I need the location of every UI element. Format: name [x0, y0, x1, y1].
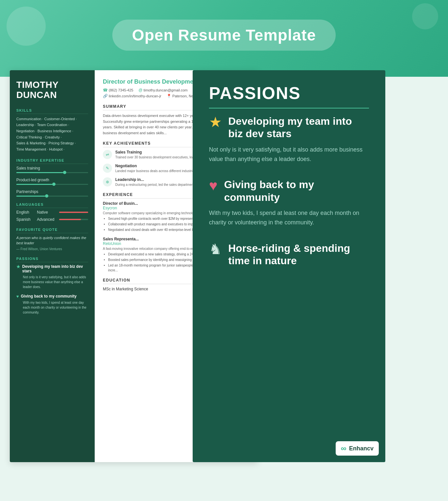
passion-sidebar-desc-2: With my two kids, I spend at least one d…: [16, 300, 88, 315]
edu-degree-1: MSc in Marketing Science: [103, 287, 148, 291]
passion-card-3: ♞ Horse-riding & spending time in nature: [209, 242, 369, 267]
header-title-pill: Open Resume Template: [112, 20, 335, 51]
expertise-bar-dot-2: [52, 183, 56, 186]
passion-card-2: ♥ Giving back to my community With my tw…: [209, 178, 369, 227]
quote-section-title: FAVOURITE QUOTE: [16, 228, 88, 233]
quote-attribution: — Fred Wilson, Union Ventures: [16, 247, 88, 251]
lang-bar-fill-spanish: [59, 219, 81, 220]
passion-big-title-1: Developing my team into biz dev stars: [228, 115, 369, 140]
achievement-desc-3: During a restructuring period, led the s…: [115, 183, 201, 187]
achievement-title-2: Negotiation: [115, 164, 205, 168]
contact-linkedin: 🔗 linkedin.com/in/timothy-duncan-jr: [103, 94, 161, 98]
passion-card-header-2: ♥ Giving back to my community: [209, 178, 369, 203]
lang-bar-fill-english: [59, 212, 88, 213]
expertise-bar-track-3: [16, 196, 88, 197]
passion-big-icon-2: ♥: [209, 178, 217, 193]
languages-section-title: LANGUAGES: [16, 202, 88, 208]
expertise-label-2: Product-led growth: [16, 178, 88, 182]
lang-row-english: English Native: [16, 210, 88, 215]
skills-section-title: SKILLS: [16, 108, 88, 114]
candidate-name: TIMOTHY DUNCAN: [16, 80, 88, 100]
industry-section-title: INDUSTRY EXPERTISE: [16, 158, 88, 164]
lang-name-spanish: Spanish: [16, 217, 34, 222]
lang-bar-track-english: [59, 212, 88, 213]
passion-card-header-3: ♞ Horse-riding & spending time in nature: [209, 242, 369, 267]
lang-level-english: Native: [37, 210, 56, 215]
deco-circle-tr: [412, 3, 438, 29]
expertise-bar-track-2: [16, 184, 88, 185]
passion-big-title-2: Giving back to my community: [224, 178, 369, 203]
expertise-item-2: Product-led growth: [16, 178, 88, 185]
location-icon: 📍: [167, 94, 171, 98]
deco-circle-tl: [7, 7, 46, 46]
enhancv-name: Enhancv: [349, 445, 374, 452]
achievement-content-2: Negotiation Landed major business deals …: [115, 164, 205, 173]
enhancv-logo-icon: ∞: [341, 444, 346, 453]
lang-level-spanish: Advanced: [37, 217, 56, 222]
passion-sidebar-item-1: ★ Developing my team into biz dev stars …: [16, 264, 88, 289]
passion-sidebar-desc-1: Not only is it very satisfying, but it a…: [16, 275, 88, 289]
passion-sidebar-item-2: ♥ Giving back to my community With my tw…: [16, 294, 88, 315]
achievement-icon-1: ⇌: [103, 150, 112, 159]
expertise-label-1: Sales training: [16, 166, 88, 170]
achievement-title-3: Leadership in...: [115, 177, 201, 182]
passion-sidebar-icon-1: ★: [16, 264, 20, 269]
passion-big-icon-1: ★: [209, 115, 222, 129]
expertise-bar-fill-1: [16, 172, 63, 173]
passion-big-title-3: Horse-riding & spending time in nature: [228, 242, 369, 267]
contact-email: @ timothy.duncan@gmail.com: [138, 88, 187, 92]
passion-sidebar-title-1: ★ Developing my team into biz dev stars: [16, 264, 88, 273]
achievement-desc-2: Landed major business deals across diffe…: [115, 169, 205, 173]
quote-text: A person who is quietly confident makes …: [16, 235, 88, 246]
lang-row-spanish: Spanish Advanced: [16, 217, 88, 222]
achievement-icon-3: ⊕: [103, 177, 112, 186]
expertise-item-3: Partnerships: [16, 189, 88, 197]
lang-bar-track-spanish: [59, 219, 88, 220]
passion-card-header-1: ★ Developing my team into biz dev stars: [209, 115, 369, 140]
expertise-bar-track-1: [16, 172, 88, 173]
expertise-bar-dot-3: [45, 194, 48, 198]
expertise-bar-dot-1: [63, 171, 66, 174]
expertise-bar-fill-3: [16, 196, 45, 197]
passion-sidebar-title-2: ♥ Giving back to my community: [16, 294, 88, 299]
page-title: Open Resume Template: [132, 26, 316, 44]
achievement-title-1: Sales Training: [115, 150, 197, 154]
resume-sidebar: TIMOTHY DUNCAN SKILLS Communication · Cu…: [10, 70, 95, 462]
passions-panel: PASSIONS ★ Developing my team into biz d…: [193, 70, 385, 462]
achievement-content-3: Leadership in... During a restructuring …: [115, 177, 201, 187]
expertise-bar-fill-2: [16, 184, 52, 185]
passion-sidebar-icon-2: ♥: [16, 294, 19, 299]
achievement-content-1: Sales Training Trained over 30 business …: [115, 150, 197, 160]
skills-text: Communication · Customer-Oriented · Lead…: [16, 116, 88, 153]
contact-phone: ☎ (862) 7345-425: [103, 88, 133, 92]
passion-card-1: ★ Developing my team into biz dev stars …: [209, 115, 369, 164]
header-section: Open Resume Template: [0, 0, 448, 77]
expertise-label-3: Partnerships: [16, 189, 88, 194]
passion-big-icon-3: ♞: [209, 242, 222, 256]
passions-section-title-sidebar: PASSIONS: [16, 257, 88, 262]
linkedin-icon: 🔗: [103, 94, 108, 98]
passion-big-desc-2: With my two kids, I spend at least one d…: [209, 208, 369, 227]
enhancv-badge: ∞ Enhancv: [336, 441, 379, 456]
achievement-desc-1: Trained over 30 business development exe…: [115, 155, 197, 160]
phone-icon: ☎: [103, 88, 108, 92]
expertise-item-1: Sales training: [16, 166, 88, 173]
passion-big-desc-1: Not only is it very satisfying, but it a…: [209, 145, 369, 164]
achievement-icon-2: ✎: [103, 164, 112, 173]
email-icon: @: [138, 88, 142, 92]
main-content: TIMOTHY DUNCAN SKILLS Communication · Cu…: [10, 70, 438, 462]
lang-name-english: English: [16, 210, 34, 215]
passions-panel-title: PASSIONS: [209, 83, 369, 108]
